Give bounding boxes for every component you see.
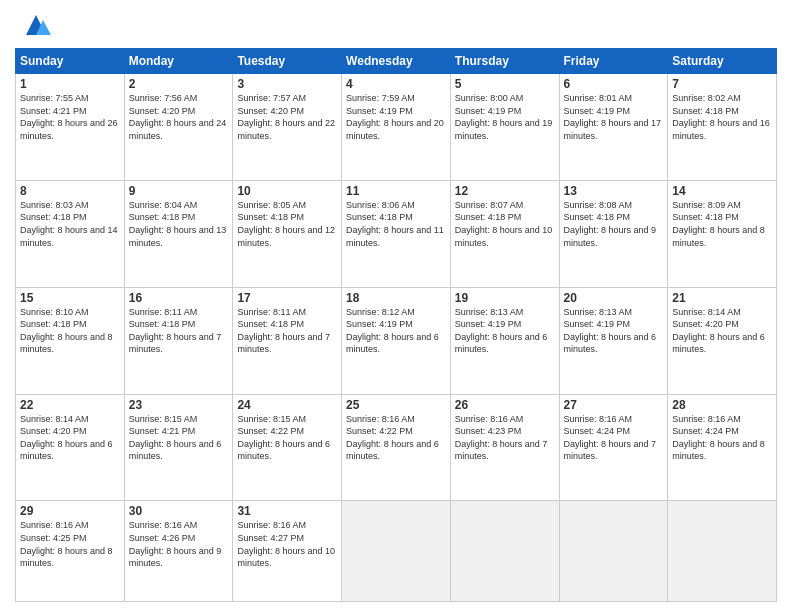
day-cell: 16 Sunrise: 8:11 AMSunset: 4:18 PMDaylig… [124,287,233,394]
day-cell [450,501,559,602]
day-info: Sunrise: 8:00 AMSunset: 4:19 PMDaylight:… [455,93,553,141]
day-cell: 24 Sunrise: 8:15 AMSunset: 4:22 PMDaylig… [233,394,342,501]
day-number: 28 [672,398,772,412]
day-info: Sunrise: 8:16 AMSunset: 4:25 PMDaylight:… [20,520,113,568]
day-cell: 25 Sunrise: 8:16 AMSunset: 4:22 PMDaylig… [342,394,451,501]
day-cell: 2 Sunrise: 7:56 AMSunset: 4:20 PMDayligh… [124,74,233,181]
day-number: 8 [20,184,120,198]
day-info: Sunrise: 8:10 AMSunset: 4:18 PMDaylight:… [20,307,113,355]
day-info: Sunrise: 8:15 AMSunset: 4:22 PMDaylight:… [237,414,330,462]
day-cell: 19 Sunrise: 8:13 AMSunset: 4:19 PMDaylig… [450,287,559,394]
day-number: 7 [672,77,772,91]
day-cell: 22 Sunrise: 8:14 AMSunset: 4:20 PMDaylig… [16,394,125,501]
day-cell: 11 Sunrise: 8:06 AMSunset: 4:18 PMDaylig… [342,180,451,287]
day-info: Sunrise: 8:06 AMSunset: 4:18 PMDaylight:… [346,200,444,248]
day-cell [668,501,777,602]
week-row-4: 22 Sunrise: 8:14 AMSunset: 4:20 PMDaylig… [16,394,777,501]
day-info: Sunrise: 8:08 AMSunset: 4:18 PMDaylight:… [564,200,657,248]
day-number: 27 [564,398,664,412]
weekday-header-sunday: Sunday [16,49,125,74]
header [15,10,777,40]
day-cell: 12 Sunrise: 8:07 AMSunset: 4:18 PMDaylig… [450,180,559,287]
day-cell [559,501,668,602]
day-info: Sunrise: 8:14 AMSunset: 4:20 PMDaylight:… [672,307,765,355]
day-cell: 31 Sunrise: 8:16 AMSunset: 4:27 PMDaylig… [233,501,342,602]
page: SundayMondayTuesdayWednesdayThursdayFrid… [0,0,792,612]
day-cell: 21 Sunrise: 8:14 AMSunset: 4:20 PMDaylig… [668,287,777,394]
day-number: 25 [346,398,446,412]
logo [15,10,51,40]
day-number: 12 [455,184,555,198]
day-info: Sunrise: 8:04 AMSunset: 4:18 PMDaylight:… [129,200,227,248]
day-info: Sunrise: 7:55 AMSunset: 4:21 PMDaylight:… [20,93,118,141]
day-number: 1 [20,77,120,91]
day-info: Sunrise: 7:57 AMSunset: 4:20 PMDaylight:… [237,93,335,141]
day-info: Sunrise: 8:01 AMSunset: 4:19 PMDaylight:… [564,93,662,141]
day-cell: 14 Sunrise: 8:09 AMSunset: 4:18 PMDaylig… [668,180,777,287]
day-info: Sunrise: 8:11 AMSunset: 4:18 PMDaylight:… [237,307,330,355]
day-info: Sunrise: 8:09 AMSunset: 4:18 PMDaylight:… [672,200,765,248]
weekday-header-row: SundayMondayTuesdayWednesdayThursdayFrid… [16,49,777,74]
day-cell: 26 Sunrise: 8:16 AMSunset: 4:23 PMDaylig… [450,394,559,501]
day-cell: 7 Sunrise: 8:02 AMSunset: 4:18 PMDayligh… [668,74,777,181]
day-cell: 3 Sunrise: 7:57 AMSunset: 4:20 PMDayligh… [233,74,342,181]
day-number: 6 [564,77,664,91]
day-cell: 30 Sunrise: 8:16 AMSunset: 4:26 PMDaylig… [124,501,233,602]
day-cell: 28 Sunrise: 8:16 AMSunset: 4:24 PMDaylig… [668,394,777,501]
day-cell: 20 Sunrise: 8:13 AMSunset: 4:19 PMDaylig… [559,287,668,394]
day-info: Sunrise: 8:03 AMSunset: 4:18 PMDaylight:… [20,200,118,248]
day-number: 22 [20,398,120,412]
day-cell: 23 Sunrise: 8:15 AMSunset: 4:21 PMDaylig… [124,394,233,501]
weekday-header-friday: Friday [559,49,668,74]
day-info: Sunrise: 8:12 AMSunset: 4:19 PMDaylight:… [346,307,439,355]
day-cell: 8 Sunrise: 8:03 AMSunset: 4:18 PMDayligh… [16,180,125,287]
day-number: 3 [237,77,337,91]
week-row-1: 1 Sunrise: 7:55 AMSunset: 4:21 PMDayligh… [16,74,777,181]
weekday-header-wednesday: Wednesday [342,49,451,74]
day-cell: 6 Sunrise: 8:01 AMSunset: 4:19 PMDayligh… [559,74,668,181]
day-number: 31 [237,504,337,518]
day-info: Sunrise: 8:16 AMSunset: 4:24 PMDaylight:… [564,414,657,462]
day-info: Sunrise: 8:16 AMSunset: 4:26 PMDaylight:… [129,520,222,568]
day-info: Sunrise: 8:14 AMSunset: 4:20 PMDaylight:… [20,414,113,462]
weekday-header-monday: Monday [124,49,233,74]
day-number: 2 [129,77,229,91]
day-cell: 10 Sunrise: 8:05 AMSunset: 4:18 PMDaylig… [233,180,342,287]
day-cell: 29 Sunrise: 8:16 AMSunset: 4:25 PMDaylig… [16,501,125,602]
day-number: 9 [129,184,229,198]
day-cell: 4 Sunrise: 7:59 AMSunset: 4:19 PMDayligh… [342,74,451,181]
day-number: 14 [672,184,772,198]
week-row-2: 8 Sunrise: 8:03 AMSunset: 4:18 PMDayligh… [16,180,777,287]
day-info: Sunrise: 8:11 AMSunset: 4:18 PMDaylight:… [129,307,222,355]
logo-icon [21,10,51,40]
day-number: 11 [346,184,446,198]
day-number: 29 [20,504,120,518]
day-info: Sunrise: 8:16 AMSunset: 4:23 PMDaylight:… [455,414,548,462]
day-number: 23 [129,398,229,412]
day-cell [342,501,451,602]
day-info: Sunrise: 8:05 AMSunset: 4:18 PMDaylight:… [237,200,335,248]
day-info: Sunrise: 7:59 AMSunset: 4:19 PMDaylight:… [346,93,444,141]
day-info: Sunrise: 8:02 AMSunset: 4:18 PMDaylight:… [672,93,770,141]
day-cell: 27 Sunrise: 8:16 AMSunset: 4:24 PMDaylig… [559,394,668,501]
day-number: 16 [129,291,229,305]
week-row-3: 15 Sunrise: 8:10 AMSunset: 4:18 PMDaylig… [16,287,777,394]
day-cell: 1 Sunrise: 7:55 AMSunset: 4:21 PMDayligh… [16,74,125,181]
day-cell: 15 Sunrise: 8:10 AMSunset: 4:18 PMDaylig… [16,287,125,394]
calendar-table: SundayMondayTuesdayWednesdayThursdayFrid… [15,48,777,602]
day-cell: 17 Sunrise: 8:11 AMSunset: 4:18 PMDaylig… [233,287,342,394]
day-number: 26 [455,398,555,412]
day-info: Sunrise: 7:56 AMSunset: 4:20 PMDaylight:… [129,93,227,141]
weekday-header-tuesday: Tuesday [233,49,342,74]
week-row-5: 29 Sunrise: 8:16 AMSunset: 4:25 PMDaylig… [16,501,777,602]
weekday-header-thursday: Thursday [450,49,559,74]
weekday-header-saturday: Saturday [668,49,777,74]
day-cell: 13 Sunrise: 8:08 AMSunset: 4:18 PMDaylig… [559,180,668,287]
day-number: 19 [455,291,555,305]
day-cell: 9 Sunrise: 8:04 AMSunset: 4:18 PMDayligh… [124,180,233,287]
day-number: 24 [237,398,337,412]
day-number: 4 [346,77,446,91]
day-number: 30 [129,504,229,518]
day-number: 18 [346,291,446,305]
day-info: Sunrise: 8:16 AMSunset: 4:22 PMDaylight:… [346,414,439,462]
